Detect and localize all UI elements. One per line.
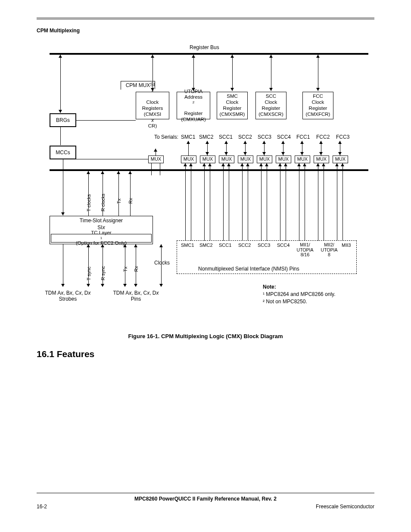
register-bus-bar [50,53,368,55]
conn-line [193,55,194,91]
arrow-down-icon [300,152,304,155]
footer-doc-title: MPC8260 PowerQUICC II Family Reference M… [37,496,374,502]
conn-line [76,120,136,121]
arrow-down-icon [230,88,234,91]
mux-box: MUX [257,156,272,163]
conn-line [286,163,286,241]
conn-line [305,163,305,241]
nmsi-item: MII1/UTOPIA8/16 [295,243,315,258]
t-sync-label: T sync [86,267,91,280]
tx-label: Tx [116,199,121,204]
nmsi-item: MII2/UTOPIA8 [319,243,339,258]
arrow-up-icon [335,163,339,166]
page-number: 16-2 [37,504,47,510]
conn-line [118,171,119,216]
arrow-down-icon [87,284,90,287]
arrow-up-icon [189,163,193,166]
nmsi-pins-label: Nonmultiplexed Serial Interface (NMSI) P… [198,266,299,272]
arrow-up-icon [284,163,287,166]
utopia-address-register: UTOPIAAddress2Register(CMXUAR) [177,92,210,119]
mux-box: MUX [314,156,329,163]
arrow-up-icon [154,149,157,152]
conn-line [261,163,262,241]
figure-caption: Figure 16-1. CPM Multiplexing Logic (CMX… [37,333,374,339]
nmsi-item: SMC2 [199,243,213,248]
conn-line [223,163,224,241]
rx-label: Rx [128,198,133,204]
arrow-down-icon [159,284,163,287]
arrow-down-icon [61,212,65,215]
mid-bar [50,169,368,171]
conn-line [248,163,248,241]
arrow-down-icon [151,88,154,91]
six-clock-registers: SIxClockRegisters(CMXSIxCR) [136,92,169,119]
arrow-up-icon [134,244,137,247]
conn-line [130,171,131,216]
running-header: CPM Multiplexing [37,28,374,34]
conn-line [161,244,162,286]
conn-line [185,163,186,241]
arrow-up-icon [123,244,127,247]
smc-clock-register: SMCClockRegister(CMXSMR) [217,92,248,119]
arrow-up-icon [265,163,268,166]
t-clocks-label: T clocks [86,194,91,212]
block-diagram: Register Bus CPM MUX SIxClockRegisters(C… [39,44,371,324]
mux-box: MUX [200,156,215,163]
nmsi-item: MII3 [342,243,351,248]
arrow-up-icon [303,163,306,166]
to-serials-label: To Serials: [154,134,178,140]
arrow-up-icon [221,163,225,166]
nmsi-item: SCC4 [277,243,290,248]
frame-line [121,81,121,90]
arrow-up-icon [297,163,301,166]
arrow-up-icon [278,163,282,166]
arrow-up-icon [87,244,90,247]
note-block: Note: ¹ MPC8264 and MPC8266 only. ² Not … [263,283,336,305]
conn-line [324,163,324,241]
arrow-down-icon [338,152,342,155]
clocks-label: Clocks [154,260,170,266]
conn-line [229,163,229,241]
arrow-up-icon [316,163,320,166]
serial-label: SCC1 [219,134,233,140]
conn-line [342,163,343,241]
arrow-down-icon [134,284,137,287]
serial-label: FCC2 [316,134,330,140]
conn-line [210,163,210,241]
rx2-label: Rx [134,266,139,272]
r-clocks-label: R clocks [100,193,106,212]
arrow-up-icon [259,163,263,166]
section-heading: 16.1 Features [37,349,374,359]
note-1: ¹ MPC8264 and MPC8266 only. [263,291,336,298]
arrow-up-icon [240,163,244,166]
arrow-up-icon [319,141,323,144]
conn-line [271,55,271,91]
arrow-down-icon [319,152,323,155]
conn-line [153,55,153,91]
serial-label: FCC3 [336,134,349,140]
arrow-down-icon [206,152,209,155]
arrow-up-icon [269,55,273,58]
arrow-down-icon [243,152,247,155]
mux-box: MUX [295,156,310,163]
note-title: Note: [263,283,336,291]
scc-clock-register: SCCClockRegister(CMXSCR) [255,92,286,119]
nmsi-item: SCC2 [238,243,251,248]
mux-box: MUX [219,156,234,163]
conn-line [76,159,148,159]
arrow-up-icon [262,141,266,144]
arrow-down-icon [123,284,127,287]
arrow-up-icon [224,141,228,144]
mccs-block: MCCs [50,146,76,159]
arrow-up-icon [316,55,320,58]
brgs-block: BRGs [50,113,76,127]
arrow-up-icon [208,163,212,166]
register-bus-label: Register Bus [190,44,219,50]
arrow-up-icon [117,171,120,174]
arrow-down-icon [101,284,104,287]
arrow-down-icon [224,152,228,155]
arrow-up-icon [341,163,344,166]
conn-line [60,127,61,145]
arrow-up-icon [101,171,104,174]
conn-line [299,163,299,241]
